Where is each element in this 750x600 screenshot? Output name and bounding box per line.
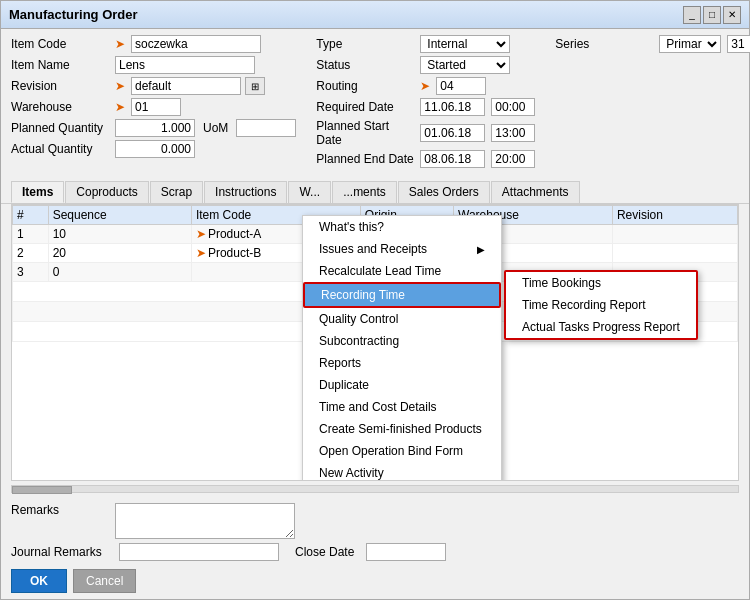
maximize-button[interactable]: □ [703, 6, 721, 24]
window-controls: _ □ ✕ [683, 6, 741, 24]
menu-subcontracting[interactable]: Subcontracting [303, 330, 501, 352]
journal-remarks-label: Journal Remarks [11, 545, 111, 559]
menu-issues-receipts[interactable]: Issues and Receipts ▶ [303, 238, 501, 260]
cell-seq: 0 [48, 263, 191, 282]
revision-label: Revision [11, 79, 111, 93]
action-buttons: OK Cancel [11, 569, 739, 593]
item-name-input[interactable] [115, 56, 255, 74]
main-window: Manufacturing Order _ □ ✕ Item Code ➤ It… [0, 0, 750, 600]
actual-qty-input[interactable] [115, 140, 195, 158]
menu-time-cost[interactable]: Time and Cost Details [303, 396, 501, 418]
series-num-input[interactable] [727, 35, 750, 53]
remarks-label: Remarks [11, 503, 111, 517]
planned-end-time-input[interactable] [491, 150, 535, 168]
close-date-input[interactable] [366, 543, 446, 561]
journal-remarks-input[interactable] [119, 543, 279, 561]
cell-revision [612, 244, 737, 263]
scrollbar-track[interactable] [11, 485, 739, 493]
revision-button[interactable]: ⊞ [245, 77, 265, 95]
revision-input[interactable] [131, 77, 241, 95]
uom-input[interactable] [236, 119, 296, 137]
table-container: # Sequence Item Code Origin Warehouse Re… [11, 204, 739, 481]
row-arrow-icon: ➤ [196, 227, 206, 241]
menu-quality-control[interactable]: Quality Control [303, 308, 501, 330]
item-code-label: Item Code [11, 37, 111, 51]
planned-start-label: Planned Start Date [316, 119, 416, 147]
routing-input[interactable] [436, 77, 486, 95]
revision-arrow-icon: ➤ [115, 79, 125, 93]
item-code-input[interactable] [131, 35, 261, 53]
scrollbar-area [11, 483, 739, 495]
tab-items[interactable]: Items [11, 181, 64, 203]
tab-attachments[interactable]: Attachments [491, 181, 580, 203]
warehouse-input[interactable] [131, 98, 181, 116]
col-sequence: Sequence [48, 206, 191, 225]
planned-end-label: Planned End Date [316, 152, 416, 166]
submenu-time-recording-report[interactable]: Time Recording Report [506, 294, 696, 316]
col-num: # [13, 206, 49, 225]
cell-seq: 20 [48, 244, 191, 263]
row-arrow-icon: ➤ [196, 246, 206, 260]
uom-label: UoM [203, 121, 228, 135]
required-date-label: Required Date [316, 100, 416, 114]
planned-start-time-input[interactable] [491, 124, 535, 142]
planned-start-input[interactable] [420, 124, 485, 142]
scrollbar-thumb[interactable] [12, 486, 72, 494]
bottom-area: Remarks Journal Remarks Close Date OK Ca… [1, 497, 749, 599]
planned-qty-input[interactable] [115, 119, 195, 137]
menu-whats-this[interactable]: What's this? [303, 216, 501, 238]
menu-recording-time[interactable]: Recording Time [303, 282, 501, 308]
cancel-button[interactable]: Cancel [73, 569, 136, 593]
context-menu: What's this? Issues and Receipts ▶ Recal… [302, 215, 502, 481]
required-time-input[interactable] [491, 98, 535, 116]
submenu-time-bookings[interactable]: Time Bookings [506, 272, 696, 294]
submenu-arrow-icon: ▶ [477, 244, 485, 255]
form-area: Item Code ➤ Item Name Revision ➤ ⊞ Wareh… [1, 29, 749, 177]
ok-button[interactable]: OK [11, 569, 67, 593]
close-button[interactable]: ✕ [723, 6, 741, 24]
required-date-input[interactable] [420, 98, 485, 116]
menu-recalculate[interactable]: Recalculate Lead Time [303, 260, 501, 282]
tab-coproducts[interactable]: Coproducts [65, 181, 148, 203]
footer-row: Journal Remarks Close Date [11, 543, 739, 561]
form-section: Item Code ➤ Item Name Revision ➤ ⊞ Wareh… [11, 35, 739, 171]
minimize-button[interactable]: _ [683, 6, 701, 24]
cell-seq: 10 [48, 225, 191, 244]
menu-operation-bind[interactable]: Open Operation Bind Form [303, 440, 501, 462]
status-label: Status [316, 58, 416, 72]
type-dropdown[interactable]: Internal [420, 35, 510, 53]
warehouse-label: Warehouse [11, 100, 111, 114]
cell-num: 2 [13, 244, 49, 263]
menu-semi-finished[interactable]: Create Semi-finished Products [303, 418, 501, 440]
submenu: Time Bookings Time Recording Report Actu… [504, 270, 698, 340]
planned-end-input[interactable] [420, 150, 485, 168]
routing-label: Routing [316, 79, 416, 93]
actual-qty-label: Actual Quantity [11, 142, 111, 156]
remarks-input[interactable] [115, 503, 295, 539]
tab-instructions[interactable]: Instructions [204, 181, 287, 203]
item-name-label: Item Name [11, 58, 111, 72]
col-revision: Revision [612, 206, 737, 225]
tab-scrap[interactable]: Scrap [150, 181, 203, 203]
series-label: Series [555, 37, 655, 51]
submenu-actual-tasks[interactable]: Actual Tasks Progress Report [506, 316, 696, 338]
tab-w[interactable]: W... [288, 181, 331, 203]
tabs-area: Items Coproducts Scrap Instructions W...… [1, 181, 749, 204]
window-title: Manufacturing Order [9, 7, 138, 22]
planned-qty-label: Planned Quantity [11, 121, 111, 135]
remarks-row: Remarks [11, 503, 739, 539]
cell-num: 1 [13, 225, 49, 244]
item-code-arrow-icon: ➤ [115, 37, 125, 51]
menu-duplicate[interactable]: Duplicate [303, 374, 501, 396]
close-date-label: Close Date [295, 545, 354, 559]
menu-new-activity[interactable]: New Activity [303, 462, 501, 481]
tab-sales-orders[interactable]: Sales Orders [398, 181, 490, 203]
status-dropdown[interactable]: Started [420, 56, 510, 74]
menu-reports[interactable]: Reports [303, 352, 501, 374]
series-dropdown[interactable]: Primary [659, 35, 721, 53]
tab-ments[interactable]: ...ments [332, 181, 397, 203]
cell-revision [612, 225, 737, 244]
warehouse-arrow-icon: ➤ [115, 100, 125, 114]
cell-num: 3 [13, 263, 49, 282]
title-bar: Manufacturing Order _ □ ✕ [1, 1, 749, 29]
